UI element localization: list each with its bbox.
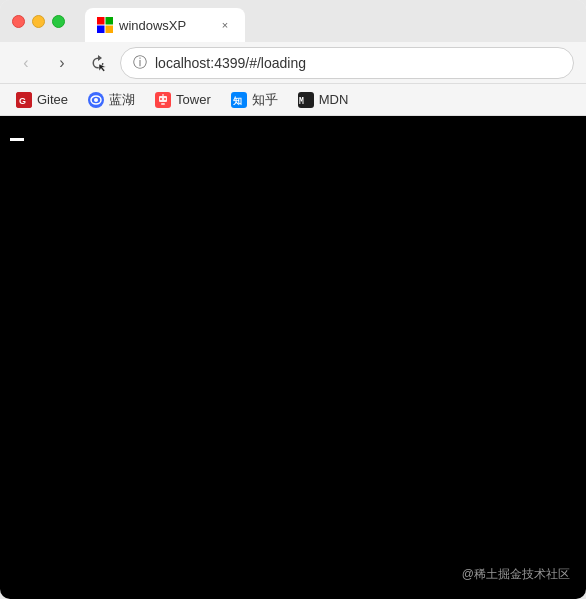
- tab-label: windowsXP: [119, 18, 211, 33]
- svg-rect-1: [106, 17, 114, 25]
- tower-label: Tower: [176, 92, 211, 107]
- svg-rect-2: [97, 26, 105, 34]
- title-bar: windowsXP ×: [0, 0, 586, 42]
- loading-cursor: [10, 138, 24, 141]
- bookmarks-bar: G Gitee 蓝湖: [0, 84, 586, 116]
- watermark: @稀土掘金技术社区: [462, 566, 570, 583]
- gitee-icon: G: [16, 92, 32, 108]
- address-bar[interactable]: ⓘ localhost:4399/#/loading: [120, 47, 574, 79]
- mdn-label: MDN: [319, 92, 349, 107]
- svg-point-13: [164, 98, 166, 100]
- svg-text:M: M: [299, 97, 304, 106]
- tab-close-button[interactable]: ×: [217, 17, 233, 33]
- svg-rect-14: [161, 103, 165, 105]
- svg-rect-15: [162, 94, 164, 96]
- lanhu-label: 蓝湖: [109, 91, 135, 109]
- forward-button[interactable]: ›: [48, 49, 76, 77]
- zhihu-icon: 知: [231, 92, 247, 108]
- maximize-button[interactable]: [52, 15, 65, 28]
- tab-favicon: [97, 17, 113, 33]
- gitee-label: Gitee: [37, 92, 68, 107]
- reload-icon: [89, 54, 107, 72]
- bookmark-gitee[interactable]: G Gitee: [8, 89, 76, 111]
- bookmark-lanhu[interactable]: 蓝湖: [80, 88, 143, 112]
- minimize-button[interactable]: [32, 15, 45, 28]
- window-controls: [12, 15, 65, 28]
- tab-bar: windowsXP ×: [85, 0, 574, 42]
- bookmark-tower[interactable]: Tower: [147, 89, 219, 111]
- bookmark-mdn[interactable]: M MDN: [290, 89, 357, 111]
- svg-rect-3: [106, 26, 114, 34]
- page-content: @稀土掘金技术社区: [0, 116, 586, 599]
- reload-button-container[interactable]: [84, 49, 112, 77]
- mdn-icon: M: [298, 92, 314, 108]
- active-tab[interactable]: windowsXP ×: [85, 8, 245, 42]
- svg-point-9: [94, 98, 98, 102]
- lanhu-icon: [88, 92, 104, 108]
- zhihu-label: 知乎: [252, 91, 278, 109]
- svg-text:G: G: [19, 96, 26, 106]
- info-icon: ⓘ: [133, 54, 147, 72]
- browser-window: windowsXP × ‹ › ⓘ localhost:4399/#/loadi…: [0, 0, 586, 599]
- close-button[interactable]: [12, 15, 25, 28]
- tower-icon: [155, 92, 171, 108]
- reload-button[interactable]: [84, 49, 112, 77]
- svg-rect-0: [97, 17, 105, 25]
- bookmark-zhihu[interactable]: 知 知乎: [223, 88, 286, 112]
- svg-point-12: [160, 98, 162, 100]
- back-button[interactable]: ‹: [12, 49, 40, 77]
- toolbar: ‹ › ⓘ localhost:4399/#/loading: [0, 42, 586, 84]
- address-text: localhost:4399/#/loading: [155, 55, 306, 71]
- svg-text:知: 知: [232, 96, 242, 106]
